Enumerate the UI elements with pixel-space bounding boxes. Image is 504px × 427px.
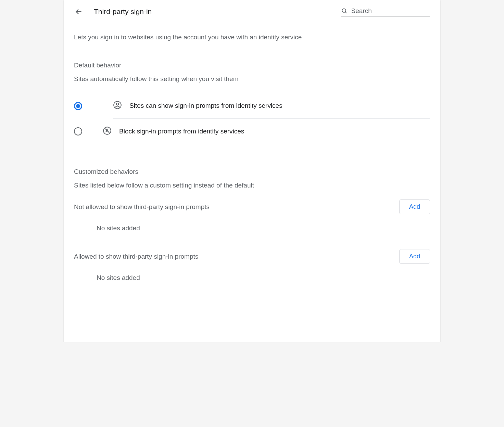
customized-behaviors-subtitle: Sites listed below follow a custom setti… [74, 182, 430, 189]
person-icon [113, 101, 122, 111]
not-allowed-label: Not allowed to show third-party sign-in … [74, 203, 210, 211]
radio-option-block[interactable]: Block sign-in prompts from identity serv… [74, 119, 430, 144]
content: Lets you sign in to websites using the a… [64, 23, 440, 312]
radio-button-selected[interactable] [74, 102, 82, 110]
settings-card: Third-party sign-in Lets you sign in to … [64, 0, 440, 342]
page-description: Lets you sign in to websites using the a… [74, 34, 430, 41]
search-container[interactable] [341, 7, 430, 16]
arrow-left-icon [74, 7, 83, 16]
search-icon [341, 7, 348, 15]
block-icon [103, 126, 112, 137]
radio-group: Sites can show sign-in prompts from iden… [74, 93, 430, 144]
default-behavior-title: Default behavior [74, 62, 430, 69]
radio-inner-dot [76, 104, 80, 108]
svg-point-0 [342, 9, 346, 12]
customized-behaviors-title: Customized behaviors [74, 168, 430, 176]
add-button-not-allowed[interactable]: Add [399, 199, 430, 214]
radio-option-allow[interactable]: Sites can show sign-in prompts from iden… [74, 93, 430, 119]
not-allowed-section: Not allowed to show third-party sign-in … [74, 199, 430, 232]
search-input[interactable] [351, 7, 430, 15]
radio-label-allow: Sites can show sign-in prompts from iden… [129, 102, 282, 109]
allowed-empty: No sites added [74, 274, 430, 282]
not-allowed-row: Not allowed to show third-party sign-in … [74, 199, 430, 214]
back-button[interactable] [74, 7, 84, 16]
default-behavior-subtitle: Sites automatically follow this setting … [74, 75, 430, 83]
radio-label-block: Block sign-in prompts from identity serv… [119, 128, 244, 135]
allowed-row: Allowed to show third-party sign-in prom… [74, 249, 430, 264]
svg-line-1 [345, 12, 347, 13]
svg-point-3 [116, 103, 119, 105]
not-allowed-empty: No sites added [74, 224, 430, 232]
allowed-section: Allowed to show third-party sign-in prom… [74, 249, 430, 282]
add-button-allowed[interactable]: Add [399, 249, 430, 264]
radio-button-unselected[interactable] [74, 127, 82, 135]
allowed-label: Allowed to show third-party sign-in prom… [74, 253, 198, 260]
page-title: Third-party sign-in [94, 8, 331, 16]
header: Third-party sign-in [64, 0, 440, 23]
